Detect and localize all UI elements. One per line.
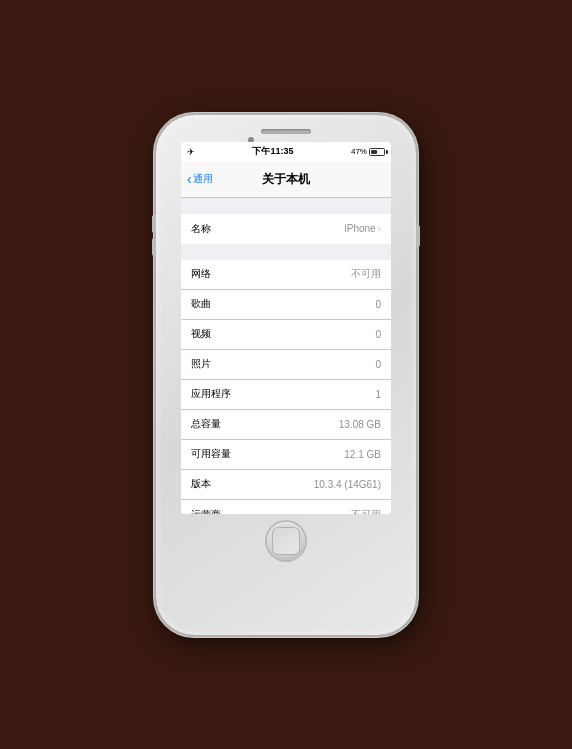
phone-frame: ✈ 下午11:35 47% ‹ 通用 关于本机 名称 bbox=[156, 115, 416, 635]
list-item-network: 网络 不可用 bbox=[181, 260, 391, 290]
value-songs: 0 bbox=[375, 299, 381, 310]
value-available: 12.1 GB bbox=[344, 449, 381, 460]
status-time: 下午11:35 bbox=[252, 145, 293, 158]
home-button[interactable] bbox=[267, 522, 305, 560]
back-arrow-icon: ‹ bbox=[187, 171, 192, 187]
item-value-name: iPhone › bbox=[345, 223, 381, 234]
battery-fill bbox=[371, 150, 377, 154]
list-item-version: 版本 10.3.4 (14G61) bbox=[181, 470, 391, 500]
label-available: 可用容量 bbox=[191, 447, 231, 461]
value-carrier: 不可用 bbox=[351, 508, 381, 514]
volume-up-button[interactable] bbox=[152, 215, 156, 233]
volume-down-button[interactable] bbox=[152, 238, 156, 256]
section-details: 网络 不可用 歌曲 0 视频 0 照片 0 应用程序 1 bbox=[181, 260, 391, 514]
section-spacer-2 bbox=[181, 244, 391, 260]
list-item-carrier: 运营商 不可用 bbox=[181, 500, 391, 514]
label-videos: 视频 bbox=[191, 327, 211, 341]
name-value: iPhone bbox=[345, 223, 376, 234]
value-version: 10.3.4 (14G61) bbox=[314, 479, 381, 490]
value-capacity: 13.08 GB bbox=[339, 419, 381, 430]
settings-list: 名称 iPhone › 网络 不可用 歌曲 0 bbox=[181, 198, 391, 514]
back-label: 通用 bbox=[193, 172, 213, 186]
item-label-name: 名称 bbox=[191, 222, 211, 236]
status-left: ✈ bbox=[187, 147, 195, 157]
label-carrier: 运营商 bbox=[191, 508, 221, 514]
screen: ✈ 下午11:35 47% ‹ 通用 关于本机 名称 bbox=[181, 142, 391, 514]
label-capacity: 总容量 bbox=[191, 417, 221, 431]
battery-percent: 47% bbox=[351, 147, 367, 156]
list-item[interactable]: 名称 iPhone › bbox=[181, 214, 391, 244]
volume-buttons[interactable] bbox=[152, 215, 156, 256]
label-version: 版本 bbox=[191, 477, 211, 491]
list-item-songs: 歌曲 0 bbox=[181, 290, 391, 320]
label-apps: 应用程序 bbox=[191, 387, 231, 401]
page-title: 关于本机 bbox=[262, 171, 310, 188]
battery-icon bbox=[369, 148, 385, 156]
section-name: 名称 iPhone › bbox=[181, 214, 391, 244]
label-photos: 照片 bbox=[191, 357, 211, 371]
home-button-inner bbox=[272, 527, 300, 555]
power-button[interactable] bbox=[416, 225, 420, 247]
list-item-photos: 照片 0 bbox=[181, 350, 391, 380]
status-right: 47% bbox=[351, 147, 385, 156]
value-photos: 0 bbox=[375, 359, 381, 370]
value-apps: 1 bbox=[375, 389, 381, 400]
back-button[interactable]: ‹ 通用 bbox=[187, 171, 213, 187]
value-network: 不可用 bbox=[351, 267, 381, 281]
list-item-apps: 应用程序 1 bbox=[181, 380, 391, 410]
navigation-bar: ‹ 通用 关于本机 bbox=[181, 162, 391, 198]
label-songs: 歌曲 bbox=[191, 297, 211, 311]
airplane-icon: ✈ bbox=[187, 147, 195, 157]
list-item-videos: 视频 0 bbox=[181, 320, 391, 350]
label-network: 网络 bbox=[191, 267, 211, 281]
status-bar: ✈ 下午11:35 47% bbox=[181, 142, 391, 162]
list-item-capacity: 总容量 13.08 GB bbox=[181, 410, 391, 440]
list-item-available: 可用容量 12.1 GB bbox=[181, 440, 391, 470]
section-spacer-1 bbox=[181, 198, 391, 214]
value-videos: 0 bbox=[375, 329, 381, 340]
speaker bbox=[261, 129, 311, 134]
chevron-right-icon: › bbox=[378, 223, 381, 234]
